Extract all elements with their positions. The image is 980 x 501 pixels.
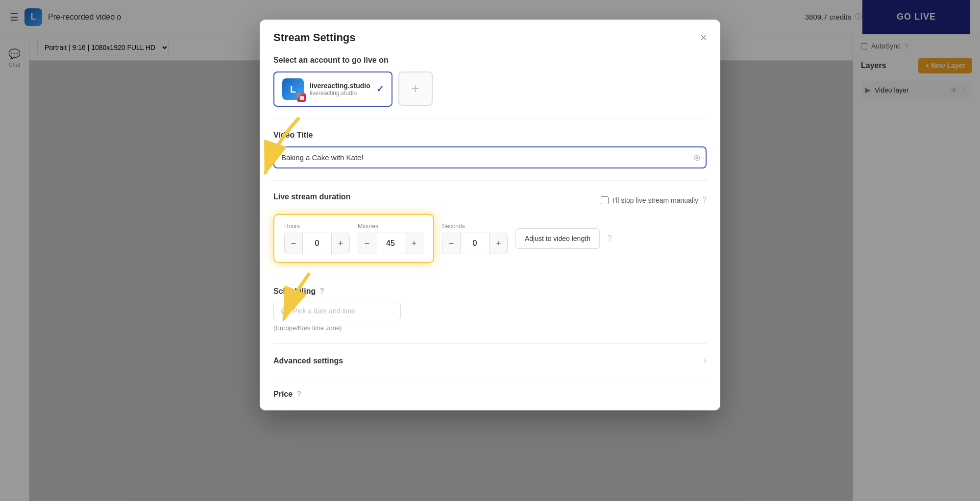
hours-input[interactable] (302, 233, 332, 254)
hours-group: Hours − + (284, 223, 350, 254)
video-title-wrapper: ⊗ (273, 146, 707, 168)
account-cards: L ▣ livereacting.studio livereacting.stu… (273, 72, 707, 107)
duration-row: Live stream duration I'll stop live stre… (273, 192, 707, 208)
divider-3 (273, 275, 707, 275)
account-card-selected[interactable]: L ▣ livereacting.studio livereacting.stu… (273, 72, 392, 107)
account-checkmark: ✓ (376, 84, 384, 95)
duration-help-icon[interactable]: ? (608, 234, 612, 243)
duration-controls: Hours − + Minutes − + (273, 214, 707, 263)
price-row: Price ? (273, 390, 707, 399)
input-clear-icon[interactable]: ⊗ (693, 152, 701, 163)
minutes-stepper: − + (358, 233, 423, 254)
duration-groups-highlighted: Hours − + Minutes − + (273, 214, 434, 263)
add-account-button[interactable]: + (398, 72, 433, 106)
chevron-right-icon: › (704, 356, 707, 366)
divider-4 (273, 343, 707, 344)
video-title-input[interactable] (273, 146, 707, 168)
dialog-title: Stream Settings (273, 31, 356, 44)
hours-label: Hours (284, 223, 350, 230)
seconds-input[interactable] (460, 233, 490, 254)
hours-increment[interactable]: + (332, 233, 349, 254)
video-title-label: Video Title (273, 131, 707, 140)
adjust-to-video-length-button[interactable]: Adjust to video length (515, 228, 600, 249)
divider-2 (273, 180, 707, 181)
account-info: livereacting.studio livereacting.studio (310, 82, 370, 96)
advanced-label: Advanced settings (273, 357, 343, 365)
duration-left: Live stream duration (273, 192, 350, 208)
seconds-label: Seconds (442, 223, 508, 230)
stream-settings-dialog: Stream Settings × Select an account to g… (260, 20, 720, 410)
scheduling-label: Scheduling ? (273, 287, 707, 296)
manual-stop-help-icon[interactable]: ? (702, 196, 707, 205)
manual-stop-checkbox[interactable] (601, 196, 609, 204)
divider-1 (273, 119, 707, 119)
dialog-close-button[interactable]: × (700, 32, 707, 43)
dialog-body: Select an account to go live on L ▣ live… (260, 44, 720, 410)
dialog-overlay: Stream Settings × Select an account to g… (0, 0, 980, 501)
manual-stop-label: I'll stop live stream manually (612, 196, 698, 204)
date-input-wrapper[interactable]: 🕐 Pick a date and time (273, 302, 401, 320)
hours-stepper: − + (284, 233, 350, 254)
duration-label: Live stream duration (273, 192, 350, 201)
minutes-input[interactable] (376, 233, 405, 254)
seconds-increment[interactable]: + (490, 233, 507, 254)
account-handle: livereacting.studio (310, 90, 370, 96)
divider-5 (273, 378, 707, 378)
minutes-decrement[interactable]: − (358, 233, 376, 254)
select-account-label: Select an account to go live on (273, 56, 707, 65)
hours-decrement[interactable]: − (285, 233, 302, 254)
seconds-decrement[interactable]: − (442, 233, 460, 254)
dialog-header: Stream Settings × (260, 20, 720, 44)
instagram-badge: ▣ (297, 93, 306, 102)
date-placeholder: Pick a date and time (293, 307, 355, 315)
clock-icon: 🕐 (281, 307, 289, 315)
advanced-settings-row[interactable]: Advanced settings › (273, 356, 707, 366)
minutes-label: Minutes (358, 223, 423, 230)
seconds-group: Seconds − + (442, 223, 508, 254)
timezone-note: (Europe/Kiev time zone) (273, 324, 707, 332)
manual-stop-row: I'll stop live stream manually ? (601, 196, 707, 205)
scheduling-help-icon[interactable]: ? (319, 287, 324, 296)
minutes-group: Minutes − + (358, 223, 423, 254)
price-help-icon[interactable]: ? (296, 390, 301, 399)
account-avatar: L ▣ (282, 78, 304, 100)
account-name: livereacting.studio (310, 82, 370, 90)
seconds-stepper: − + (442, 233, 508, 254)
minutes-increment[interactable]: + (405, 233, 423, 254)
